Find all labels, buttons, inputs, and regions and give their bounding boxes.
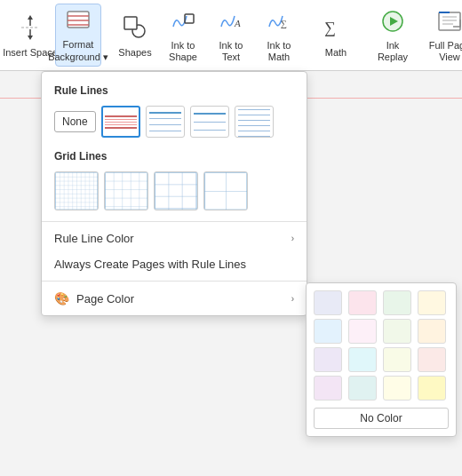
format-background-label: FormatBackground ▾ — [48, 39, 108, 62]
ink-replay-icon — [377, 7, 409, 36]
page-color-chevron: › — [291, 294, 294, 304]
ink-to-text-label: Ink toText — [219, 40, 243, 63]
color-swatch-light-blue[interactable] — [314, 319, 342, 344]
color-swatch-mint[interactable] — [383, 290, 411, 315]
color-swatch-lime-light[interactable] — [383, 347, 411, 372]
full-page-view-icon — [434, 7, 462, 36]
color-swatch-pink[interactable] — [348, 290, 377, 315]
format-background-dropdown: Rule Lines None — [41, 71, 307, 316]
single-line-option[interactable] — [235, 106, 274, 138]
ink-replay-label: InkReplay — [378, 40, 408, 63]
color-swatch-peach[interactable] — [418, 319, 446, 344]
insert-space-button[interactable]: Insert Space — [7, 4, 53, 67]
no-color-button[interactable]: No Color — [314, 408, 449, 429]
svg-rect-10 — [124, 17, 137, 29]
divider1 — [42, 221, 307, 222]
color-swatch-lilac[interactable] — [314, 376, 342, 401]
rule-line-color-menu-item[interactable]: Rule Line Color › — [42, 226, 307, 251]
rule-line-color-label-group: Rule Line Color — [54, 232, 134, 245]
no-color-label: No Color — [360, 412, 402, 424]
ink-to-text-icon: A — [215, 7, 247, 36]
ink-to-shape-button[interactable]: Ink toShape — [160, 4, 206, 67]
divider2 — [42, 281, 307, 282]
wide-ruled-option[interactable] — [190, 106, 229, 138]
rule-lines-options: None — [42, 102, 307, 145]
format-background-icon — [62, 7, 94, 36]
color-swatch-coral-light[interactable] — [418, 347, 446, 372]
svg-rect-21 — [55, 172, 98, 210]
toolbar: Insert Space FormatBackground ▾ Shapes — [0, 0, 462, 71]
rule-none-button[interactable]: None — [54, 111, 96, 132]
large-grid-option[interactable] — [154, 171, 198, 210]
shapes-label: Shapes — [118, 47, 151, 59]
math-button[interactable]: ∑ Math — [313, 4, 359, 67]
svg-rect-17 — [439, 12, 460, 30]
color-swatch-teal-light[interactable] — [348, 376, 377, 401]
full-page-view-button[interactable]: Full PageView — [426, 4, 462, 67]
grid-lines-options — [42, 168, 307, 218]
college-ruled-option[interactable] — [146, 106, 185, 138]
ink-to-math-label: Ink toMath — [267, 40, 291, 63]
page-color-icon: 🎨 — [54, 291, 69, 305]
rule-line-color-chevron: › — [291, 234, 294, 243]
insert-space-icon — [14, 12, 46, 44]
svg-rect-25 — [155, 172, 197, 210]
svg-marker-1 — [28, 15, 33, 20]
color-swatch-light-green[interactable] — [383, 319, 411, 344]
small-grid-option[interactable] — [54, 171, 99, 210]
ink-to-shape-label: Ink toShape — [169, 40, 197, 63]
page-color-menu-item[interactable]: 🎨 Page Color › — [42, 285, 307, 312]
svg-text:A: A — [234, 18, 241, 28]
ink-to-text-button[interactable]: A Ink toText — [208, 4, 254, 67]
svg-text:∑: ∑ — [324, 19, 336, 36]
medium-grid-option[interactable] — [104, 171, 148, 210]
color-swatches-grid — [314, 290, 449, 401]
narrow-ruled-option[interactable] — [101, 106, 140, 138]
grid-lines-section-title: Grid Lines — [42, 145, 307, 168]
full-page-view-label: Full PageView — [429, 40, 462, 63]
rule-lines-section-title: Rule Lines — [42, 79, 307, 102]
always-create-pages-menu-item[interactable]: Always Create Pages with Rule Lines — [42, 251, 307, 277]
shapes-button[interactable]: Shapes — [112, 4, 158, 67]
color-swatch-light-pink2[interactable] — [348, 319, 377, 344]
svg-text:∑: ∑ — [281, 19, 287, 28]
color-swatch-cyan-light[interactable] — [348, 347, 377, 372]
color-swatch-purple-light[interactable] — [314, 347, 342, 372]
color-swatch-cream[interactable] — [418, 290, 446, 315]
svg-rect-23 — [105, 172, 147, 210]
svg-rect-27 — [204, 172, 247, 210]
page-color-label: Page Color — [76, 292, 134, 305]
rule-line-color-label: Rule Line Color — [54, 232, 134, 245]
ink-to-shape-icon — [167, 7, 199, 36]
color-swatch-lavender[interactable] — [314, 290, 342, 315]
ink-to-math-icon: ∑ — [263, 7, 295, 36]
svg-marker-3 — [28, 36, 33, 40]
shapes-icon — [119, 12, 151, 44]
page-color-label-group: 🎨 Page Color — [54, 291, 134, 305]
color-swatch-banana[interactable] — [418, 376, 446, 401]
math-label: Math — [325, 47, 346, 59]
ink-replay-button[interactable]: InkReplay — [370, 4, 416, 67]
page-color-panel: No Color — [306, 282, 457, 437]
always-create-pages-label: Always Create Pages with Rule Lines — [54, 258, 246, 271]
format-background-button[interactable]: FormatBackground ▾ — [55, 4, 101, 67]
color-swatch-yellow-light[interactable] — [383, 376, 411, 401]
extra-large-grid-option[interactable] — [203, 171, 248, 210]
math-icon: ∑ — [320, 12, 352, 44]
ink-to-math-button[interactable]: ∑ Ink toMath — [256, 4, 302, 67]
